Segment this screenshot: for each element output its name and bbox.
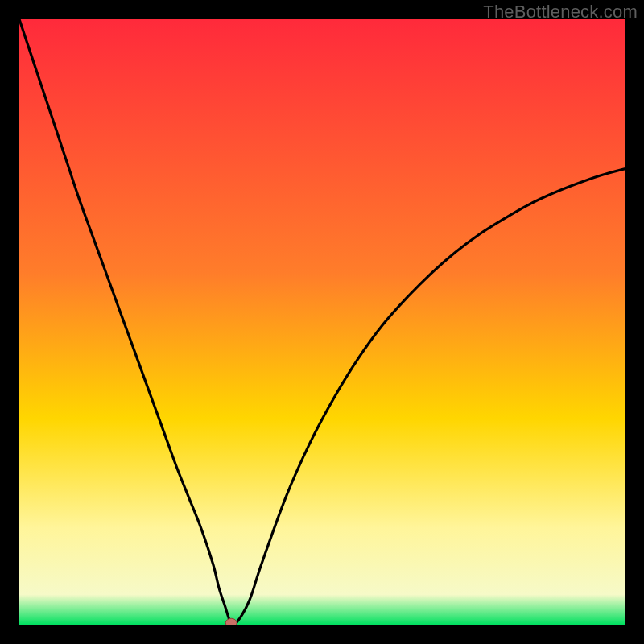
gradient-background [19, 19, 625, 625]
bottleneck-chart [19, 19, 625, 625]
watermark-text: TheBottleneck.com [483, 2, 638, 23]
chart-frame [19, 19, 625, 625]
optimal-point-marker [225, 618, 237, 625]
